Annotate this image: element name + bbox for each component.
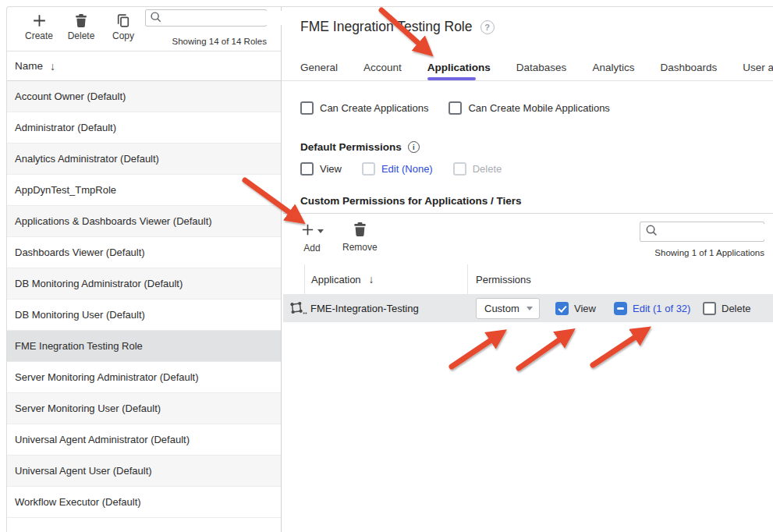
can-create-applications-label: Can Create Applications [320,102,428,114]
tab-user-accounts[interactable]: User a [743,62,773,73]
role-detail-panel: FME Inegration Testing Role General Acco… [282,6,773,532]
default-permissions-heading: Default Permissions [300,141,402,153]
copy-label: Copy [112,30,134,41]
permission-mode-value: Custom [484,303,519,314]
default-delete-checkbox[interactable] [453,162,466,176]
role-row[interactable]: Administrator (Default) [7,112,281,144]
plus-icon [300,222,315,239]
trash-icon [73,12,89,29]
remove-application-button[interactable]: Remove [342,221,378,253]
info-icon[interactable] [408,141,420,153]
row-edit-label[interactable]: Edit (1 of 32) [633,303,690,314]
role-row-selected[interactable]: FME Inegration Testing Role [7,331,281,362]
role-row[interactable]: Applications & Dashboards Viewer (Defaul… [7,206,281,237]
tab-databases[interactable]: Databases [516,62,567,73]
delete-role-button[interactable]: Delete [60,12,102,51]
name-column-label: Name [15,60,43,72]
trash-icon [352,221,368,240]
row-edit-checkbox[interactable] [614,302,627,315]
default-edit-checkbox[interactable] [362,162,375,176]
permissions-column-label: Permissions [476,274,531,286]
remove-label: Remove [342,242,378,253]
role-row[interactable]: AppDynTest_TmpRole [7,175,281,206]
application-table-row[interactable]: FME-Integration-Testing Custom View Edit… [283,294,773,322]
row-view-label: View [574,303,596,314]
roles-list: Account Owner (Default) Administrator (D… [7,81,281,518]
applications-table-header: Application Permissions [283,264,773,294]
role-row[interactable]: Server Monitoring User (Default) [7,393,281,424]
plus-icon [31,12,48,29]
add-application-button[interactable]: Add [300,223,324,254]
applications-search-input[interactable] [659,224,773,239]
copy-icon [115,12,131,29]
custom-permissions-heading: Custom Permissions for Applications / Ti… [300,195,522,207]
role-row[interactable]: DB Monitoring Administrator (Default) [7,268,281,300]
custom-permissions-section: Add Remove Showing 1 of 1 Applications A… [283,213,773,532]
default-delete-label: Delete [473,163,502,175]
roles-toolbar: Create Delete Copy Showing 14 of 14 Role… [7,7,281,51]
search-icon [149,10,163,27]
delete-label: Delete [68,30,95,41]
application-column-label[interactable]: Application [311,274,361,286]
sort-descending-icon [50,60,55,73]
permission-mode-dropdown[interactable]: Custom [476,298,540,319]
roles-panel: Create Delete Copy Showing 14 of 14 Role… [6,6,282,532]
help-icon[interactable] [480,20,495,34]
default-edit-label[interactable]: Edit (None) [381,163,433,175]
create-role-button[interactable]: Create [18,12,60,51]
default-view-checkbox[interactable] [300,162,314,176]
role-row[interactable]: Dashboards Viewer (Default) [7,237,281,268]
role-row[interactable]: Server Monitoring Administrator (Default… [7,362,281,393]
role-row[interactable]: Workflow Executor (Default) [7,487,281,518]
copy-role-button[interactable]: Copy [102,12,144,51]
can-create-mobile-applications-checkbox[interactable] [449,101,462,115]
search-icon [644,223,659,240]
role-row[interactable]: DB Monitoring User (Default) [7,300,281,331]
applications-search-box [640,222,764,242]
chevron-down-icon [527,307,533,310]
row-delete-label: Delete [722,303,751,314]
application-topology-icon [289,294,307,322]
tab-account[interactable]: Account [363,62,402,73]
row-view-checkbox[interactable] [555,302,569,315]
tab-applications[interactable]: Applications [427,62,491,73]
row-delete-checkbox[interactable] [703,302,716,315]
application-name: FME-Integration-Testing [310,294,419,322]
role-row[interactable]: Universal Agent Administrator (Default) [7,424,281,456]
role-row[interactable]: Universal Agent User (Default) [7,456,281,487]
page-title: FME Inegration Testing Role [300,19,473,35]
applications-count-text: Showing 1 of 1 Applications [654,248,764,257]
roles-list-header[interactable]: Name [7,51,281,81]
tab-dashboards[interactable]: Dashboards [660,62,717,73]
role-row[interactable]: Account Owner (Default) [7,81,281,112]
add-label: Add [303,243,320,254]
can-create-mobile-applications-label: Can Create Mobile Applications [468,102,609,114]
tab-analytics[interactable]: Analytics [592,62,634,73]
role-admin-screen: { "colors": { "accent_purple": "#7265e2"… [0,0,773,532]
role-row[interactable]: Analytics Administrator (Default) [7,144,281,175]
create-label: Create [25,30,53,41]
can-create-applications-checkbox[interactable] [300,101,314,115]
chevron-down-icon [317,229,324,233]
tab-bar: General Account Applications Databases A… [282,54,773,81]
roles-search-input[interactable] [163,11,284,25]
roles-count-text: Showing 14 of 14 Roles [172,37,267,46]
tab-general[interactable]: General [300,62,338,73]
roles-search-box [145,9,267,27]
default-view-label: View [320,163,342,175]
sort-descending-icon [369,273,374,286]
